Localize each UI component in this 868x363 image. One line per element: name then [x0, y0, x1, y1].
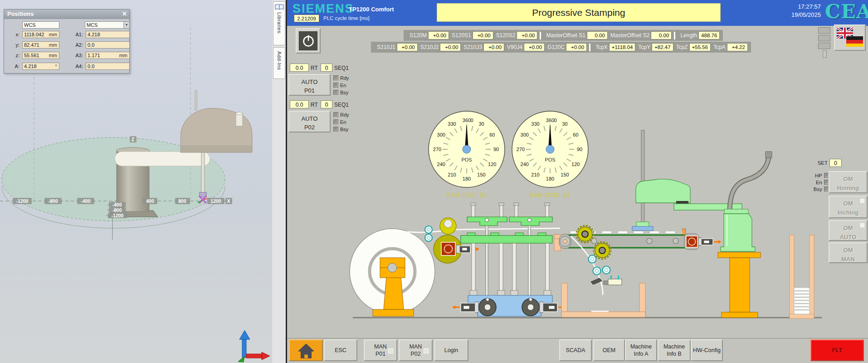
power-button[interactable]: [296, 28, 321, 54]
status-value: +55.56: [689, 43, 711, 51]
slider-segment[interactable]: [818, 27, 830, 34]
language-switch-button[interactable]: [834, 25, 866, 51]
seq-value-p01[interactable]: 0: [321, 64, 332, 72]
separator: [589, 44, 590, 51]
om-inching-button[interactable]: OMInching: [829, 196, 868, 218]
status-label: TcpZ: [676, 44, 688, 50]
separator: [674, 32, 675, 39]
gripper: [632, 226, 653, 231]
fault-button[interactable]: FLT: [810, 339, 864, 361]
status-label: TcpY: [638, 44, 650, 50]
coord-value-x[interactable]: 1118.042mm: [22, 31, 59, 38]
seq-value-p02[interactable]: 0: [321, 100, 332, 108]
scrap-bin: [561, 283, 645, 317]
screen: -1200 -800 -400 400 800 1200 X -400 -800…: [0, 0, 868, 363]
led-en-p02: [333, 119, 338, 124]
led-label-en: En: [804, 180, 822, 185]
led-label-bsy-p01: Bsy: [340, 90, 348, 95]
login-button[interactable]: Login: [434, 339, 468, 361]
tab-libraries[interactable]: Libraries: [273, 1, 285, 45]
page-title: Progressive Stamping: [437, 3, 721, 22]
om-man-button[interactable]: OMMAN: [829, 242, 868, 263]
date: 19/05/2025: [775, 11, 821, 18]
led-rdy-p02: [333, 112, 338, 117]
man-p02-button[interactable]: MANP02: [399, 339, 433, 361]
rt-label-p01: RT: [311, 65, 318, 71]
status-value: +0.00: [397, 43, 418, 51]
rt-label-p02: RT: [311, 102, 318, 108]
status-label: MasterOffset S2: [610, 32, 649, 39]
coord-value-y[interactable]: 82.471mm: [22, 41, 59, 49]
scada-button[interactable]: SCADA: [559, 339, 592, 361]
joint-value-a2[interactable]: 0.0: [86, 41, 130, 49]
brightness-slider[interactable]: [818, 27, 831, 58]
man-p01-button[interactable]: MANP01: [364, 339, 397, 361]
robot-link1: [115, 152, 210, 166]
joint-value-a4[interactable]: 0.0: [86, 63, 130, 70]
set-value-field[interactable]: 0: [829, 159, 842, 167]
coord-value-z[interactable]: 55.561mm: [22, 52, 59, 59]
tab-addins[interactable]: Add-Ins: [273, 47, 285, 79]
esc-button[interactable]: ESC: [324, 339, 357, 361]
motor-arrow-icon: [476, 247, 479, 251]
machine-diagram: [287, 127, 868, 327]
svg-text:800: 800: [178, 198, 186, 204]
rt-value-p01[interactable]: 0.0: [290, 64, 309, 72]
status-label: TcpX: [595, 44, 608, 50]
led-bsy-p01: [333, 90, 338, 95]
oem-button[interactable]: OEM: [593, 339, 625, 361]
svg-text:1200: 1200: [210, 198, 221, 204]
om-homing-button[interactable]: OMHoming: [829, 171, 868, 193]
status-label: S120S1: [452, 32, 471, 39]
status-value: +4.22: [727, 43, 748, 51]
svg-text:Z: Z: [132, 137, 135, 142]
om-auto-button[interactable]: OMAUTO: [829, 220, 868, 241]
status-value: +0.00: [517, 31, 537, 39]
auto-p01-button[interactable]: AUTOP01: [288, 74, 331, 96]
rt-value-p02[interactable]: 0.0: [290, 100, 309, 108]
joint-value-a3[interactable]: 1.171mm: [86, 52, 130, 59]
dock-tab-strip: Libraries Add-Ins: [272, 0, 287, 363]
svg-text:-1200: -1200: [16, 198, 29, 204]
time: 17:27:57: [775, 3, 821, 10]
wcs-frame-select[interactable]: WCS: [22, 21, 59, 29]
machine-info-b-button[interactable]: MachineInfo B: [658, 339, 691, 361]
mcs-frame-select[interactable]: MCS ▼: [85, 21, 130, 29]
home-button[interactable]: [289, 339, 323, 361]
close-icon[interactable]: ✕: [122, 10, 127, 17]
feed-rollers: [425, 226, 432, 241]
status-label: S210J3: [463, 44, 482, 50]
slider-stem: [823, 50, 827, 58]
led-label-en-p02: En: [340, 119, 346, 125]
status-label: TcpA: [713, 44, 726, 50]
coord-label-a: A:: [5, 64, 20, 69]
om-indicator-square: [860, 223, 864, 227]
machine-info-a-button[interactable]: MachineInfo A: [625, 339, 657, 361]
chevron-down-icon[interactable]: ▼: [123, 22, 129, 28]
svg-text:30: 30: [562, 121, 567, 127]
joint-label-a2: A2:: [68, 42, 83, 48]
status-value: +0.00: [440, 43, 461, 51]
status-value: +0.00: [483, 43, 504, 51]
coord-label-x: x:: [5, 32, 20, 37]
plc-cycle-time-label: PLC cycle time [ms]: [323, 15, 370, 21]
status-label: S120M: [410, 32, 427, 39]
coord-value-a[interactable]: 4.218°: [22, 63, 59, 70]
output-press: [718, 152, 772, 318]
joint-value-a1[interactable]: 4.218: [86, 31, 130, 38]
positions-panel[interactable]: Positions ✕ WCS MCS ▼ x: 1118.042mm A1: …: [4, 9, 130, 74]
slider-segment[interactable]: [818, 43, 830, 49]
book-icon: [275, 4, 284, 10]
robot-3d-viewport[interactable]: -1200 -800 -400 400 800 1200 X -400 -800…: [0, 0, 272, 363]
status-value: 0.00: [651, 31, 672, 39]
panel-model: TP1200 Comfort: [349, 6, 394, 13]
orientation-triad-icon: [238, 330, 270, 362]
status-label: Length: [680, 32, 697, 39]
status-value: +0.00: [566, 43, 587, 51]
slider-segment[interactable]: [818, 35, 830, 41]
svg-text:X: X: [227, 198, 230, 204]
clock: 17:27:57 19/05/2025: [775, 3, 821, 20]
hw-config-button[interactable]: HW-Config: [691, 339, 723, 361]
drive-status-row-1: S120M+0.00S120S1+0.00S120S2+0.00MasterOf…: [404, 30, 723, 41]
svg-text:360: 360: [463, 118, 471, 123]
